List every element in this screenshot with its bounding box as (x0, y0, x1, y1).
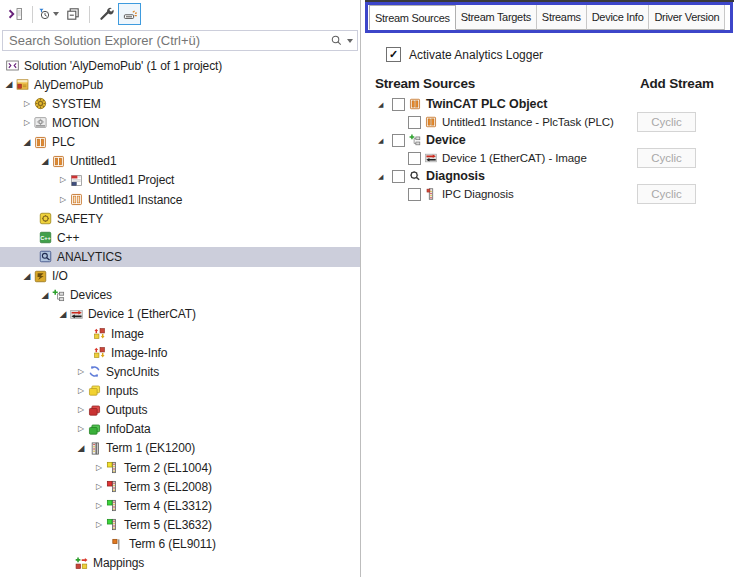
tree-item-image-info[interactable]: Image-Info (0, 343, 360, 362)
ipc-diagnosis-icon (424, 187, 438, 201)
tree-item-term-6-el9011[interactable]: Term 6 (EL9011) (0, 535, 360, 554)
tree-item-outputs[interactable]: ▷Outputs (0, 401, 360, 420)
expander-expanded-icon[interactable]: ◢ (21, 138, 33, 147)
tree-item-untitled1-project[interactable]: ▷Untitled1 Project (0, 171, 360, 190)
activate-logger-checkbox[interactable]: ✓ (386, 47, 401, 62)
tree-item-term-4-el3312[interactable]: ▷Term 4 (EL3312) (0, 496, 360, 515)
expander-expanded-icon[interactable]: ◢ (39, 291, 51, 300)
stream-checkbox[interactable] (392, 134, 405, 147)
motion-icon (33, 115, 48, 130)
tree-item-term-1-ek1200[interactable]: ◢Term 1 (EK1200) (0, 439, 360, 458)
add-stream-cyclic-button[interactable]: Cyclic (637, 184, 696, 204)
stream-item-device[interactable]: ◢Device (375, 131, 734, 149)
tree-item-safety[interactable]: SAFETY (0, 209, 360, 228)
plc-instance-icon (69, 192, 84, 207)
stream-checkbox[interactable] (408, 116, 421, 129)
expander-expanded-icon[interactable]: ◢ (57, 310, 69, 319)
tree-item-devices[interactable]: ◢Devices (0, 286, 360, 305)
expander-collapsed-icon[interactable]: ▷ (57, 176, 69, 184)
tree-item-term-2-el1004[interactable]: ▷Term 2 (EL1004) (0, 458, 360, 477)
tree-item-untitled1-instance[interactable]: ▷Untitled1 Instance (0, 190, 360, 209)
tree-item-motion[interactable]: ▷MOTION (0, 113, 360, 132)
expander-collapsed-icon[interactable]: ▷ (93, 483, 105, 491)
expander-expanded-icon[interactable]: ◢ (378, 173, 388, 180)
expander-collapsed-icon[interactable]: ▷ (93, 464, 105, 472)
expander-expanded-icon[interactable]: ◢ (3, 80, 15, 89)
tree-item-label: MOTION (52, 116, 99, 130)
expander-collapsed-icon[interactable]: ▷ (75, 368, 87, 376)
tree-item-c[interactable]: C++ (0, 228, 360, 247)
tree-item-label: Device 1 (EtherCAT) (88, 307, 196, 321)
expander-collapsed-icon[interactable]: ▷ (75, 406, 87, 414)
tree-item-i-o[interactable]: ◢I/O (0, 267, 360, 286)
plc-project-icon (69, 173, 84, 188)
tree-item-system[interactable]: ▷SYSTEM (0, 94, 360, 113)
stream-item-label: Untitled1 Instance - PlcTask (PLC) (442, 116, 614, 128)
tree-item-infodata[interactable]: ▷InfoData (0, 420, 360, 439)
tree-item-alydemopub[interactable]: ◢AlyDemoPub (0, 75, 360, 94)
properties-button[interactable] (94, 3, 117, 25)
search-dropdown-caret[interactable] (347, 39, 353, 43)
stream-item-twincat-plc-object[interactable]: ◢TwinCAT PLC Object (375, 95, 734, 113)
tree-item-label: I/O (52, 269, 68, 283)
image-icon (92, 345, 107, 360)
stream-checkbox[interactable] (392, 98, 405, 111)
tree-item-device-1-ethercat[interactable]: ◢Device 1 (EtherCAT) (0, 305, 360, 324)
stream-item-diagnosis[interactable]: ◢Diagnosis (375, 167, 734, 185)
preview-selected-items-button[interactable] (118, 3, 141, 25)
tree-item-syncunits[interactable]: ▷SyncUnits (0, 362, 360, 381)
tree-item-label: Term 3 (EL2008) (124, 480, 212, 494)
tree-item-label: SYSTEM (52, 97, 101, 111)
search-icon[interactable] (330, 34, 343, 47)
sync-with-active-document-button[interactable] (4, 3, 27, 25)
expander-collapsed-icon[interactable]: ▷ (21, 119, 33, 127)
expander-expanded-icon[interactable]: ◢ (378, 137, 388, 144)
stream-checkbox[interactable] (408, 152, 421, 165)
tree-item-untitled1[interactable]: ◢Untitled1 (0, 152, 360, 171)
tree-item-inputs[interactable]: ▷Inputs (0, 381, 360, 400)
expander-expanded-icon[interactable]: ◢ (378, 101, 388, 108)
tree-item-label: Untitled1 Instance (88, 193, 182, 207)
expander-collapsed-icon[interactable]: ▷ (93, 502, 105, 510)
tree-item-analytics[interactable]: ANALYTICS (0, 247, 360, 266)
expander-expanded-icon[interactable]: ◢ (75, 444, 87, 453)
tree-item-term-3-el2008[interactable]: ▷Term 3 (EL2008) (0, 477, 360, 496)
expander-collapsed-icon[interactable]: ▷ (75, 425, 87, 433)
activate-logger-label: Activate Analytics Logger (409, 48, 543, 62)
analytics-icon (38, 249, 53, 264)
tab-streams[interactable]: Streams (537, 5, 587, 30)
search-input[interactable] (3, 33, 330, 49)
tree-item-term-5-el3632[interactable]: ▷Term 5 (EL3632) (0, 515, 360, 534)
stream-checkbox[interactable] (408, 188, 421, 201)
expander-collapsed-icon[interactable]: ▷ (75, 387, 87, 395)
collapse-all-icon (65, 6, 81, 22)
tab-driver-version[interactable]: Driver Version (649, 5, 725, 30)
tree-item-mappings[interactable]: Mappings (0, 554, 360, 573)
toolbar-separator (32, 6, 33, 23)
tab-device-info[interactable]: Device Info (587, 5, 650, 30)
safety-icon (38, 211, 53, 226)
collapse-all-button[interactable] (61, 3, 84, 25)
activate-logger-row: ✓ Activate Analytics Logger (386, 47, 543, 62)
expander-collapsed-icon[interactable]: ▷ (57, 196, 69, 204)
tree-item-image[interactable]: Image (0, 324, 360, 343)
terminal-green-icon (105, 517, 120, 532)
outputs-icon (87, 403, 102, 418)
add-stream-cyclic-button[interactable]: Cyclic (637, 112, 696, 132)
tree-item-label: ANALYTICS (57, 250, 122, 264)
stream-checkbox[interactable] (392, 170, 405, 183)
expander-expanded-icon[interactable]: ◢ (21, 272, 33, 281)
tree-item-label: InfoData (106, 422, 151, 436)
expander-collapsed-icon[interactable]: ▷ (21, 100, 33, 108)
tree-item-solution-alydemopub-1-of-1-project[interactable]: Solution 'AlyDemoPub' (1 of 1 project) (0, 56, 360, 75)
pending-changes-filter-button[interactable] (37, 3, 60, 25)
project-icon (15, 77, 30, 92)
expander-collapsed-icon[interactable]: ▷ (93, 521, 105, 529)
add-stream-cyclic-button[interactable]: Cyclic (637, 148, 696, 168)
tree-item-plc[interactable]: ◢PLC (0, 133, 360, 152)
stream-item-label: IPC Diagnosis (442, 188, 514, 200)
tree-item-label: Term 1 (EK1200) (106, 441, 195, 455)
tab-stream-sources[interactable]: Stream Sources (369, 5, 456, 30)
expander-expanded-icon[interactable]: ◢ (39, 157, 51, 166)
tab-stream-targets[interactable]: Stream Targets (456, 5, 537, 30)
